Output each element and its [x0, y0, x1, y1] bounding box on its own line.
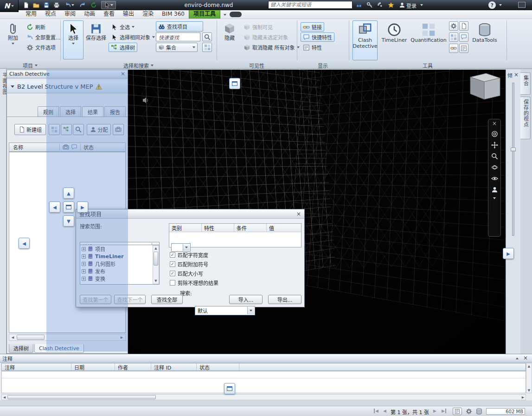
new-file-button[interactable]: [21, 1, 31, 9]
first-sheet-button[interactable]: [374, 409, 378, 413]
dock-edge-top-target[interactable]: [229, 78, 240, 89]
look-icon[interactable]: [491, 175, 498, 182]
scroll-left-icon[interactable]: [10, 335, 16, 340]
sets-panel-tab[interactable]: 集合: [520, 72, 531, 95]
attach-dropdown-icon[interactable]: [12, 43, 14, 45]
refresh-button[interactable]: 刷新: [24, 22, 48, 32]
prune-results-checkbox-row[interactable]: 剪除不理想的结果: [170, 279, 218, 286]
col-date[interactable]: 日期: [71, 364, 115, 370]
scrollbar-thumb[interactable]: [7, 395, 156, 399]
reset-all-button[interactable]: 全部重置...: [24, 32, 63, 42]
search-input[interactable]: [268, 1, 353, 9]
scroll-down-icon[interactable]: [527, 388, 531, 392]
select-dropdown-icon[interactable]: [72, 43, 75, 45]
find-all-button[interactable]: 查找全部: [151, 295, 183, 304]
dock-edge-left-target[interactable]: [19, 238, 30, 249]
manage-sets-button[interactable]: [202, 43, 212, 52]
signin-dropdown-icon[interactable]: [420, 4, 423, 6]
compare-tool-button[interactable]: [449, 32, 458, 42]
dock-left-target[interactable]: [49, 202, 60, 213]
col-author[interactable]: 作者: [115, 364, 151, 370]
col-comment-id[interactable]: 注释 ID: [151, 364, 197, 370]
attach-button[interactable]: 附加: [3, 20, 23, 59]
category-dropdown-arrow[interactable]: [183, 244, 190, 251]
col-property[interactable]: 特性: [202, 224, 234, 232]
comments-panel-titlebar[interactable]: 注释: [0, 354, 532, 363]
col-comment[interactable]: 注释: [2, 364, 71, 370]
print-button[interactable]: [52, 1, 61, 9]
batch-utility-tool-button[interactable]: [449, 44, 458, 53]
select-button[interactable]: 选择: [63, 20, 83, 59]
name-column-header[interactable]: 名称: [9, 143, 23, 151]
checkbox-icon[interactable]: [170, 280, 175, 286]
undo-dropdown-icon[interactable]: [71, 4, 74, 6]
timeliner-button[interactable]: TimeLiner: [380, 20, 408, 60]
datatools-button[interactable]: DataTools: [470, 20, 499, 60]
scroll-up-icon[interactable]: [154, 246, 158, 251]
select-all-dropdown-icon[interactable]: [132, 26, 135, 28]
comments-horizontal-scrollbar[interactable]: [1, 394, 526, 400]
tab-selection-tree[interactable]: 选择树: [9, 344, 33, 353]
quick-properties-button[interactable]: 快捷特性: [301, 32, 334, 42]
dock-edge-right-target[interactable]: [503, 248, 514, 259]
undo-button[interactable]: [63, 1, 76, 9]
require-visible-button[interactable]: 强制可见: [241, 22, 275, 32]
navigation-bar[interactable]: [488, 119, 501, 237]
match-diacritics-checkbox-row[interactable]: ✓匹配附加符号: [170, 260, 208, 268]
select-same-dropdown-icon[interactable]: [152, 36, 155, 38]
col-status[interactable]: 状态: [197, 364, 239, 370]
checkbox-icon[interactable]: ✓: [170, 271, 175, 276]
sets-dropdown[interactable]: 集合: [156, 43, 198, 52]
quick-find-input[interactable]: 快速查找: [156, 32, 200, 41]
tilt-bar-close-icon[interactable]: [514, 72, 519, 78]
previous-sheet-button[interactable]: [383, 409, 386, 413]
communication-center-button[interactable]: [376, 1, 385, 9]
switchback-tool-button[interactable]: [459, 44, 468, 53]
refresh-qat-button[interactable]: [89, 1, 98, 9]
comments-table-header[interactable]: 注释 日期 作者 注释 ID 状态: [1, 363, 526, 371]
scroll-left-icon[interactable]: [2, 395, 6, 399]
application-menu-button[interactable]: N: [0, 0, 19, 12]
tree-vertical-scrollbar[interactable]: [153, 245, 159, 284]
quantification-button[interactable]: Quantification: [410, 20, 447, 60]
import-button[interactable]: 导入...: [229, 295, 263, 304]
appearance-profiler-tool-button[interactable]: [459, 32, 468, 42]
animator-tool-button[interactable]: [449, 21, 458, 31]
col-condition[interactable]: 条件: [234, 224, 267, 232]
walk-icon[interactable]: [491, 186, 498, 193]
hide-button[interactable]: 隐藏: [220, 20, 239, 59]
file-options-button[interactable]: 文件选项: [24, 43, 58, 52]
tab-bim360[interactable]: BIM 360: [158, 10, 189, 19]
checkbox-icon[interactable]: ✓: [170, 261, 175, 267]
dock-bottom-target[interactable]: [63, 215, 74, 227]
scripter-tool-button[interactable]: [459, 21, 468, 31]
project-gallery-arrow-icon[interactable]: [35, 65, 38, 66]
find-items-button[interactable]: 查找项目: [156, 21, 203, 32]
pan-icon[interactable]: [491, 142, 498, 149]
zoom-icon[interactable]: [491, 153, 498, 160]
collapse-chevron-icon[interactable]: [11, 85, 14, 88]
dock-right-target[interactable]: [77, 202, 88, 213]
help-dropdown-icon[interactable]: [499, 4, 502, 6]
comments-list[interactable]: [1, 371, 526, 393]
hide-unselected-button[interactable]: 隐藏未选定对象: [241, 32, 290, 42]
group-label-project[interactable]: 项目: [0, 62, 60, 69]
clash-detective-button[interactable]: Clash Detective: [353, 20, 378, 60]
match-case-checkbox-row[interactable]: ✓匹配大小写: [170, 270, 203, 277]
viewcube[interactable]: [457, 72, 502, 103]
find-criteria-grid[interactable]: 类别 特性 条件 值: [169, 223, 301, 247]
scrollbar-thumb[interactable]: [154, 252, 158, 266]
select-dropdown-icon[interactable]: [110, 4, 113, 6]
saved-viewpoints-panel-tab[interactable]: 保存的视点: [520, 97, 531, 139]
redo-button[interactable]: [78, 1, 87, 9]
signin-button[interactable]: 登录: [406, 2, 417, 9]
col-value[interactable]: 值: [267, 224, 301, 232]
select-tool-qat-button[interactable]: [101, 1, 116, 9]
orbit-icon[interactable]: [491, 164, 498, 171]
tilt-slider-thumb[interactable]: [511, 148, 516, 151]
find-dialog-close-icon[interactable]: [296, 211, 301, 217]
tilt-slider-track[interactable]: [512, 83, 514, 236]
infocenter-toggle-icon[interactable]: [518, 2, 526, 8]
scrollbar-thumb[interactable]: [17, 335, 45, 340]
dock-top-target[interactable]: [63, 188, 74, 199]
